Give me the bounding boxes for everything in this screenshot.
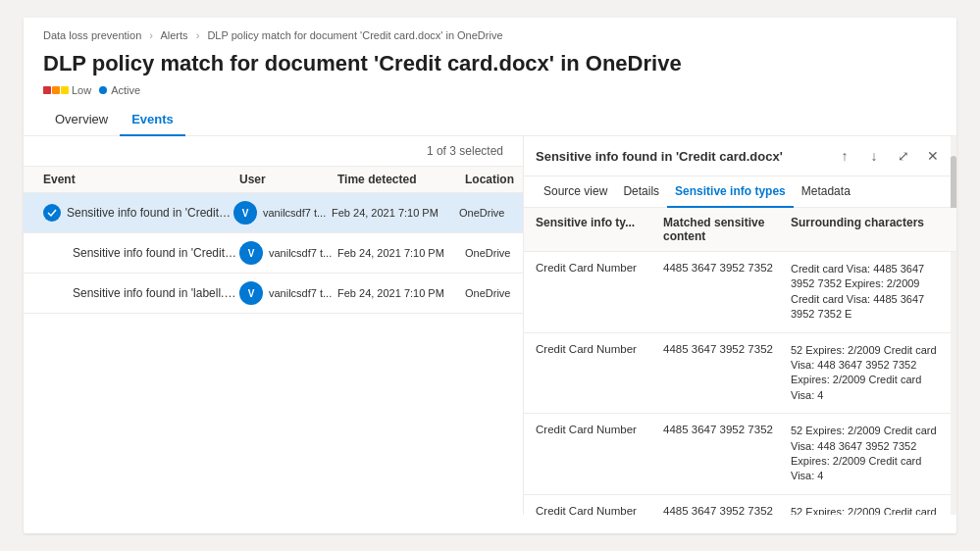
cell-username-3: vanilcsdf7 t...: [269, 287, 332, 299]
cell-user-1: V vanilcsdf7 t...: [233, 201, 332, 225]
scell-type-2: Credit Card Number: [536, 343, 663, 355]
col-header-time: Time detected: [337, 173, 465, 186]
breadcrumb: Data loss prevention › Alerts › DLP poli…: [24, 18, 956, 47]
breadcrumb-sep1: ›: [149, 29, 153, 41]
cell-event-1: Sensitive info found in 'Credit c...: [67, 206, 233, 220]
cell-time-1: Feb 24, 2021 7:10 PM: [332, 207, 459, 219]
badge-block-3: [61, 86, 69, 94]
main-tabs: Overview Events: [24, 104, 956, 136]
panel-tab-details[interactable]: Details: [615, 176, 667, 208]
selected-count: 1 of 3 selected: [24, 136, 523, 166]
expand-button[interactable]: ⤢: [892, 144, 915, 168]
panel-tab-metadata[interactable]: Metadata: [794, 176, 858, 208]
scell-matched-4: 4485 3647 3952 7352: [663, 505, 791, 515]
sensitive-table-header: Sensitive info ty... Matched sensitive c…: [524, 208, 956, 252]
panel-title: Sensitive info found in 'Credit card.doc…: [536, 149, 783, 164]
panel-tab-sensitive[interactable]: Sensitive info types: [667, 176, 794, 208]
active-dot: [99, 86, 107, 94]
cell-user-2: V vanilcsdf7 t...: [239, 241, 337, 265]
badge-low: Low: [43, 84, 91, 96]
sensitive-row: Credit Card Number 4485 3647 3952 7352 5…: [524, 495, 956, 515]
sensitive-row: Credit Card Number 4485 3647 3952 7352 5…: [524, 333, 956, 415]
panel-tab-source[interactable]: Source view: [536, 176, 615, 208]
navigate-up-button[interactable]: ↑: [833, 144, 856, 168]
table-row[interactable]: Sensitive info found in 'labell.d... V v…: [24, 274, 523, 314]
sensitive-row: Credit Card Number 4485 3647 3952 7352 C…: [524, 252, 956, 333]
scell-surrounding-2: 52 Expires: 2/2009 Credit card Visa: 448…: [791, 343, 945, 404]
cell-location-1: OneDrive: [459, 207, 524, 219]
badges-container: Low Active: [24, 82, 956, 104]
scell-type-1: Credit Card Number: [536, 262, 663, 274]
tab-events[interactable]: Events: [120, 104, 185, 136]
user-avatar-1: V: [233, 201, 257, 225]
cell-user-3: V vanilcsdf7 t...: [239, 281, 337, 305]
cell-event-2: Sensitive info found in 'Credit c...: [73, 246, 239, 260]
scell-type-4: Credit Card Number: [536, 505, 663, 515]
cell-time-3: Feb 24, 2021 7:10 PM: [337, 287, 465, 299]
badge-low-label: Low: [72, 84, 91, 96]
cell-event-3: Sensitive info found in 'labell.d...: [73, 286, 239, 300]
scrollbar-thumb[interactable]: [951, 156, 956, 215]
scol-header-type: Sensitive info ty...: [536, 216, 663, 243]
events-table-header: Event User Time detected Location: [24, 166, 523, 193]
row-check-icon: [43, 204, 61, 222]
tab-overview[interactable]: Overview: [43, 104, 120, 136]
col-header-event: Event: [43, 173, 239, 186]
cell-location-2: OneDrive: [465, 247, 524, 259]
user-avatar-3: V: [239, 281, 263, 305]
sensitive-table-container[interactable]: Sensitive info ty... Matched sensitive c…: [524, 208, 956, 515]
breadcrumb-alerts[interactable]: Alerts: [160, 29, 187, 41]
scol-header-matched: Matched sensitive content: [663, 216, 791, 243]
breadcrumb-current: DLP policy match for document 'Credit ca…: [207, 29, 502, 41]
sensitive-row: Credit Card Number 4485 3647 3952 7352 5…: [524, 414, 956, 495]
user-avatar-2: V: [239, 241, 263, 265]
scell-matched-1: 4485 3647 3952 7352: [663, 262, 791, 274]
scell-surrounding-3: 52 Expires: 2/2009 Credit card Visa: 448…: [791, 424, 945, 484]
col-header-location: Location: [465, 173, 524, 186]
badge-block-2: [52, 86, 60, 94]
scell-matched-2: 4485 3647 3952 7352: [663, 343, 791, 355]
cell-time-2: Feb 24, 2021 7:10 PM: [337, 247, 465, 259]
col-header-user: User: [239, 173, 337, 186]
breadcrumb-dlp[interactable]: Data loss prevention: [43, 29, 141, 41]
badge-active-label: Active: [111, 84, 140, 96]
page-title: DLP policy match for document 'Credit ca…: [24, 47, 956, 82]
scell-surrounding-1: Credit card Visa: 4485 3647 3952 7352 Ex…: [791, 262, 945, 323]
events-panel: 1 of 3 selected Event User Time detected…: [24, 136, 524, 515]
main-container: Data loss prevention › Alerts › DLP poli…: [24, 18, 956, 533]
scrollbar-track[interactable]: [951, 136, 956, 515]
panel-header: Sensitive info found in 'Credit card.doc…: [524, 136, 956, 176]
navigate-down-button[interactable]: ↓: [862, 144, 886, 168]
table-row[interactable]: Sensitive info found in 'Credit c... V v…: [24, 233, 523, 274]
scell-type-3: Credit Card Number: [536, 424, 663, 435]
badge-active: Active: [99, 84, 140, 96]
panel-tabs: Source view Details Sensitive info types…: [524, 176, 956, 208]
close-button[interactable]: ✕: [921, 144, 945, 168]
scell-matched-3: 4485 3647 3952 7352: [663, 424, 791, 435]
content-area: 1 of 3 selected Event User Time detected…: [24, 136, 956, 515]
cell-username-2: vanilcsdf7 t...: [269, 247, 332, 259]
cell-location-3: OneDrive: [465, 287, 524, 299]
badge-low-blocks: [43, 86, 69, 94]
panel-actions: ↑ ↓ ⤢ ✕: [833, 144, 945, 168]
breadcrumb-sep2: ›: [196, 29, 200, 41]
scol-header-surrounding: Surrounding characters: [791, 216, 945, 243]
scell-surrounding-4: 52 Expires: 2/2009 Credit card Visa: 448…: [791, 505, 945, 515]
badge-block-1: [43, 86, 51, 94]
sensitive-panel: Sensitive info found in 'Credit card.doc…: [524, 136, 956, 515]
table-row[interactable]: Sensitive info found in 'Credit c... V v…: [24, 193, 523, 233]
cell-username-1: vanilcsdf7 t...: [263, 207, 326, 219]
